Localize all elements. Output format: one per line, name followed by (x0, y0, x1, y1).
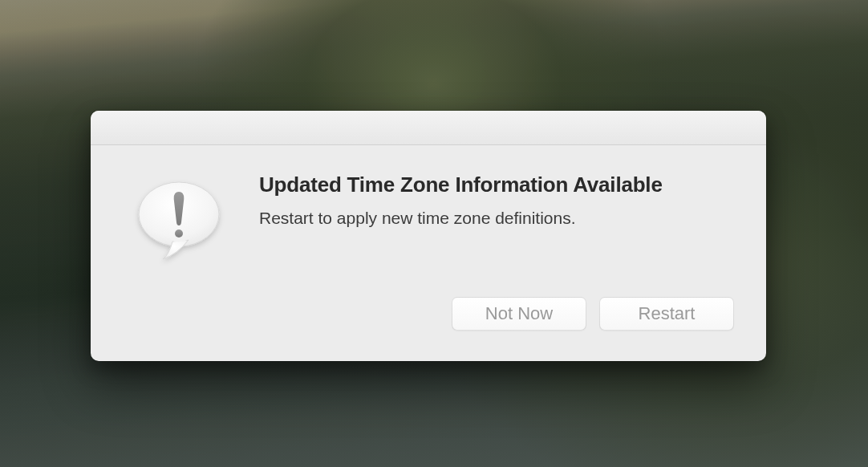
dialog-message: Restart to apply new time zone definitio… (259, 209, 734, 228)
dialog-buttons: Not Now Restart (452, 297, 734, 331)
dialog-content: Updated Time Zone Information Available … (91, 145, 766, 285)
dialog-text: Updated Time Zone Information Available … (259, 173, 734, 269)
restart-button[interactable]: Restart (599, 297, 734, 331)
alert-dialog: Updated Time Zone Information Available … (91, 111, 766, 361)
dialog-title: Updated Time Zone Information Available (259, 173, 734, 197)
svg-point-1 (175, 229, 183, 238)
dialog-titlebar (91, 111, 766, 145)
alert-icon (131, 173, 227, 269)
not-now-button[interactable]: Not Now (452, 297, 586, 331)
exclamation-speech-icon (131, 173, 227, 269)
